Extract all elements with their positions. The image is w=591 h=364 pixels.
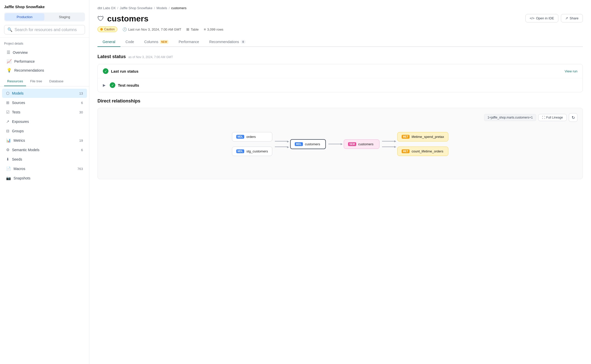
lineage-container: 1+jaffle_shop.marts.customers+1 ⛶ Full L… (97, 108, 583, 179)
staging-toggle[interactable]: Staging (45, 13, 84, 21)
lineage-node-customers-center[interactable]: MDL customers (290, 139, 326, 149)
nav-recommendations[interactable]: 💡 Recommendations (4, 66, 85, 75)
resource-snapshots[interactable]: 📷 Snapshots (2, 174, 87, 183)
lineage-filter-btn[interactable]: 1+jaffle_shop.marts.customers+1 (484, 114, 536, 121)
share-label: Share (570, 16, 578, 20)
share-button[interactable]: ↗ Share (561, 14, 583, 22)
tab-database[interactable]: Database (46, 77, 67, 86)
arrow-icon-5: ▶ (394, 145, 396, 148)
models-count: 13 (79, 92, 83, 95)
rows-icon: ≡ (204, 27, 206, 31)
tests-icon: ☑ (6, 110, 9, 114)
last-run-meta: 🕐 Last run Nov 3, 2024, 7:00 AM GMT (122, 27, 181, 31)
tab-resources[interactable]: Resources (4, 77, 26, 86)
open-in-ide-button[interactable]: </> Open in IDE (525, 14, 559, 22)
share-icon: ↗ (565, 16, 568, 20)
metrics-icon: 📊 (6, 138, 11, 143)
tab-code[interactable]: Code (120, 37, 139, 47)
rows-meta: ≡ 3,099 rows (204, 27, 224, 31)
recommendations-nav-icon: 💡 (7, 68, 12, 73)
seeds-icon: ⬇ (6, 157, 9, 162)
breadcrumb: dbt Labs DX / Jaffle Shop Snowflake / Mo… (97, 6, 583, 10)
full-lineage-label: Full Lineage (546, 116, 563, 119)
test-results-row: ▶ ✓ Test results (98, 78, 583, 92)
production-toggle[interactable]: Production (5, 13, 44, 21)
full-lineage-button[interactable]: ⛶ Full Lineage (538, 114, 567, 121)
recommendations-count-badge: 0 (241, 40, 246, 44)
tab-columns[interactable]: Columns NEW (139, 37, 174, 47)
sidebar-header: Jaffle Shop Snowflake Production Staging… (0, 0, 89, 38)
caution-label: Caution (104, 28, 115, 31)
arrow-icon-1: ▶ (287, 140, 289, 143)
refresh-button[interactable]: ↻ (569, 113, 577, 122)
tab-general-label: General (103, 40, 115, 44)
resource-exposures[interactable]: ↗ Exposures (2, 117, 87, 126)
exposures-label: Exposures (12, 120, 29, 124)
resource-semantic-models[interactable]: ⚙ Semantic Models 6 (2, 145, 87, 154)
lineage-node-orders[interactable]: MDL orders (232, 132, 272, 141)
lineage-node-count-lifetime[interactable]: MET count_lifetime_orders (397, 147, 448, 156)
breadcrumb-project[interactable]: Jaffle Shop Snowflake (120, 6, 152, 10)
meta-row: Caution 🕐 Last run Nov 3, 2024, 7:00 AM … (97, 27, 583, 32)
resource-sources[interactable]: ⊞ Sources 6 (2, 98, 87, 107)
lineage-node-customers-sem[interactable]: SEM customers (344, 139, 379, 149)
model-shield-icon: 🛡 (97, 15, 104, 23)
project-section: Project details ☰ Overview 📈 Performance… (0, 38, 89, 77)
lineage-inputs: MDL orders MDL stg_customers (232, 132, 272, 156)
search-box[interactable]: 🔍 Search for resources and columns (4, 25, 85, 34)
table-icon: ⊞ (186, 27, 189, 31)
lineage-node-stg-customers[interactable]: MDL stg_customers (232, 147, 272, 156)
search-placeholder: Search for resources and columns (15, 28, 77, 32)
resource-list: ⬡ Models 13 ⊞ Sources 6 ☑ Tests 30 ↗ Exp… (0, 86, 89, 185)
resource-macros[interactable]: 📄 Macros 763 (2, 164, 87, 173)
resource-models[interactable]: ⬡ Models 13 (2, 89, 87, 98)
lifetime-spend-label: lifetime_spend_pretax (412, 135, 444, 139)
macros-icon: 📄 (6, 166, 11, 171)
rows-text: 3,099 rows (207, 28, 224, 31)
lineage-expand-icon: ⛶ (542, 116, 545, 119)
semantic-models-icon: ⚙ (6, 148, 9, 152)
test-results-expand-arrow[interactable]: ▶ (103, 83, 106, 87)
breadcrumb-current: customers (171, 6, 187, 10)
macros-count: 763 (77, 167, 83, 171)
resource-seeds[interactable]: ⬇ Seeds (2, 155, 87, 164)
open-in-ide-label: Open in IDE (536, 16, 554, 20)
project-label: Project details (4, 42, 85, 45)
tab-general[interactable]: General (97, 37, 120, 47)
tab-file-tree[interactable]: File tree (27, 77, 45, 86)
refresh-icon: ↻ (572, 115, 575, 120)
resource-metrics[interactable]: 📊 Metrics 19 (2, 136, 87, 145)
resource-tabs-row: Resources File tree Database (0, 77, 89, 86)
count-lifetime-label: count_lifetime_orders (412, 149, 443, 153)
tab-code-label: Code (126, 40, 134, 44)
arrow-icon-4: ▶ (394, 140, 396, 142)
app-title: Jaffle Shop Snowflake (4, 5, 85, 9)
nav-overview[interactable]: ☰ Overview (4, 48, 85, 57)
lineage-node-lifetime-spend[interactable]: MET lifetime_spend_pretax (397, 132, 448, 141)
breadcrumb-dbt[interactable]: dbt Labs DX (97, 6, 116, 10)
page-header: 🛡 customers </> Open in IDE ↗ Share (97, 14, 583, 23)
seeds-label: Seeds (12, 157, 22, 161)
latest-status-title: Latest status (97, 54, 126, 59)
tab-performance[interactable]: Performance (174, 37, 204, 47)
customers-center-badge: MDL (295, 142, 303, 146)
arrows-in: ▶ ▶ (272, 141, 290, 147)
exposures-icon: ↗ (6, 119, 9, 124)
tab-performance-label: Performance (179, 40, 199, 44)
nav-performance[interactable]: 📈 Performance (4, 57, 85, 66)
snapshots-icon: 📷 (6, 176, 11, 180)
semantic-models-count: 6 (81, 148, 83, 152)
tab-columns-label: Columns (144, 40, 158, 44)
type-text: Table (191, 28, 199, 31)
columns-new-badge: NEW (160, 40, 168, 44)
last-run-check-icon: ✓ (103, 68, 108, 74)
breadcrumb-models[interactable]: Models (156, 6, 167, 10)
tab-recommendations[interactable]: Recommendations 0 (204, 37, 251, 47)
arrow-icon-2: ▶ (287, 146, 289, 148)
view-run-link[interactable]: View run (565, 69, 577, 73)
stg-customers-badge: MDL (236, 149, 244, 153)
resource-groups[interactable]: ⊟ Groups (2, 126, 87, 136)
resource-tests[interactable]: ☑ Tests 30 (2, 108, 87, 117)
overview-icon: ☰ (7, 50, 10, 55)
overview-label: Overview (13, 50, 28, 55)
